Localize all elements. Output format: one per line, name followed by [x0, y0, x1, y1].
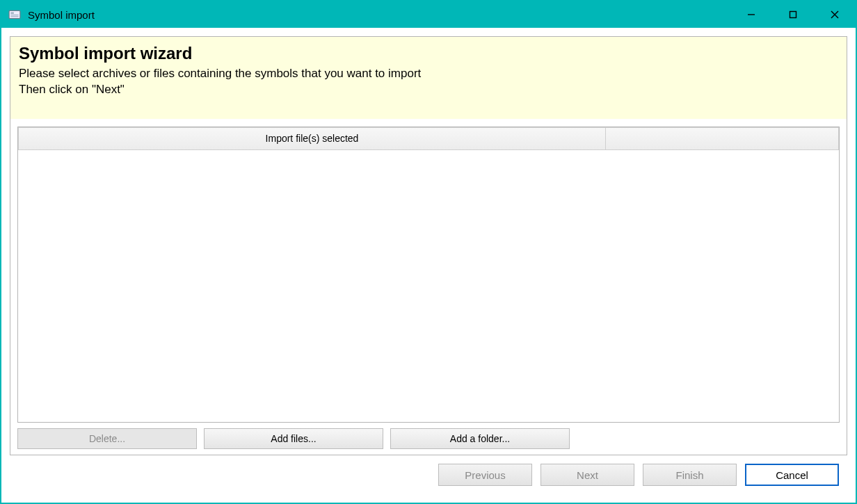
- app-icon: [8, 8, 21, 21]
- column-header-empty[interactable]: [606, 127, 839, 150]
- add-files-button[interactable]: Add files...: [204, 428, 383, 449]
- wizard-desc-line1: Please select archives or files containi…: [19, 67, 421, 80]
- wizard-body: Import file(s) selected Delete... Add fi…: [10, 120, 847, 455]
- minimize-button[interactable]: [730, 1, 772, 28]
- maximize-button[interactable]: [772, 1, 814, 28]
- table-header-row: Import file(s) selected: [18, 127, 839, 151]
- column-header-import-files[interactable]: Import file(s) selected: [18, 127, 606, 150]
- delete-button[interactable]: Delete...: [17, 428, 197, 449]
- finish-button[interactable]: Finish: [643, 464, 737, 486]
- close-button[interactable]: [814, 1, 856, 28]
- cancel-button[interactable]: Cancel: [745, 464, 839, 486]
- wizard-title: Symbol import wizard: [19, 44, 838, 63]
- file-table: Import file(s) selected: [17, 127, 840, 423]
- client-area: Symbol import wizard Please select archi…: [1, 28, 856, 503]
- window-title: Symbol import: [28, 9, 95, 21]
- wizard-description: Please select archives or files containi…: [19, 66, 838, 98]
- svg-rect-2: [10, 15, 18, 15]
- titlebar: Symbol import: [1, 1, 856, 28]
- svg-rect-3: [10, 16, 18, 17]
- svg-rect-1: [10, 13, 14, 14]
- wizard-desc-line2: Then click on "Next": [19, 83, 125, 96]
- nav-row: Previous Next Finish Cancel: [10, 455, 847, 494]
- wizard-box: Symbol import wizard Please select archi…: [10, 36, 847, 455]
- table-body[interactable]: [18, 151, 839, 422]
- svg-rect-5: [790, 12, 796, 18]
- action-row: Delete... Add files... Add a folder...: [17, 428, 840, 449]
- next-button[interactable]: Next: [540, 464, 634, 486]
- add-folder-button[interactable]: Add a folder...: [390, 428, 570, 449]
- wizard-header: Symbol import wizard Please select archi…: [10, 37, 847, 120]
- previous-button[interactable]: Previous: [438, 464, 532, 486]
